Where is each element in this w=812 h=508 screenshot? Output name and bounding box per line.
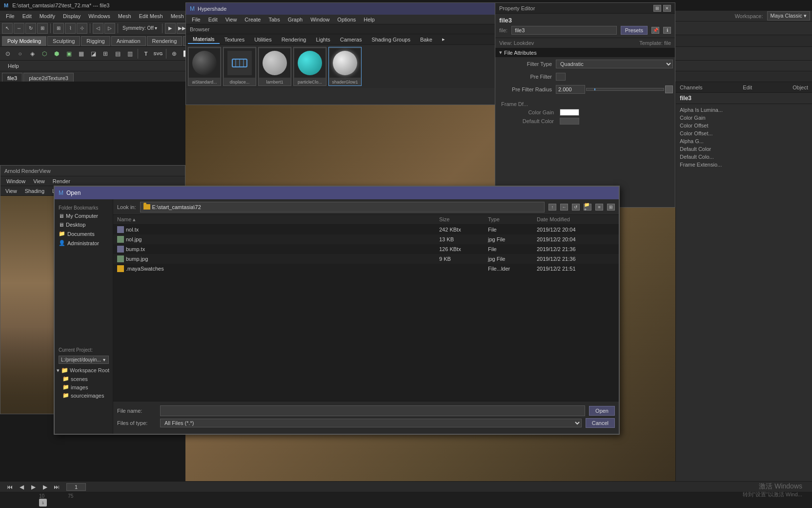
tab-place2d[interactable]: place2dTexture3 (23, 73, 74, 82)
snap-point-btn[interactable]: ⊹ (77, 23, 87, 34)
tab-rigging[interactable]: Rigging (81, 36, 110, 46)
timeline-play-btn[interactable]: ▶ (27, 481, 39, 493)
menu-windows[interactable]: Windows (84, 12, 114, 20)
material-aistandard[interactable]: aiStandard... (188, 47, 221, 86)
menu-file[interactable]: File (2, 12, 19, 20)
tab-poly-modeling[interactable]: Poly Modeling (2, 36, 46, 46)
material-lambert1[interactable]: lambert1 (258, 47, 291, 86)
prop-editor-close[interactable]: ✕ (663, 5, 671, 12)
look-in-value[interactable]: E:\start_camtasia\72 (140, 202, 545, 212)
col-size[interactable]: Size (439, 216, 488, 223)
bookmark-desktop[interactable]: 🖥 Desktop (55, 220, 113, 229)
tab-animation[interactable]: Animation (111, 36, 146, 46)
bookmark-my-computer[interactable]: 🖥 My Computer (55, 212, 113, 220)
timeline-page-indicator[interactable]: 1 (39, 499, 47, 507)
browser-tab-bake[interactable]: Bake (415, 36, 437, 43)
menu-edit-mesh[interactable]: Edit Mesh (135, 12, 167, 20)
browser-tab-utilities[interactable]: Utilities (249, 36, 276, 43)
history-btn[interactable]: ◁ (93, 23, 103, 34)
channels-object[interactable]: Object (792, 85, 808, 90)
col-name[interactable]: Name ▴ (117, 216, 439, 223)
append-btn[interactable]: ▥ (124, 48, 136, 60)
view-details-btn[interactable]: ⊞ (607, 204, 615, 211)
hs-menu-view[interactable]: View (222, 16, 241, 23)
hs-menu-create[interactable]: Create (241, 16, 264, 23)
bridge-btn[interactable]: ▣ (63, 48, 75, 60)
render-region-btn[interactable]: ▶ (165, 23, 176, 34)
file-row-noltx[interactable]: nol.tx 242 KBtx File 2019/12/2 20:04 (113, 225, 619, 234)
material-displacement[interactable]: displace... (223, 47, 256, 86)
prop-editor-expand[interactable]: ⊞ (653, 5, 661, 12)
fill-hole-btn[interactable]: ▤ (112, 48, 123, 60)
bookmark-administrator[interactable]: 👤 Administrator (55, 238, 113, 248)
menu-help-small[interactable]: Help (4, 62, 23, 70)
arnold-menu-window[interactable]: Window (2, 177, 29, 185)
filetype-select[interactable]: All Files (*.*) (160, 419, 582, 427)
prop-info-btn[interactable]: ℹ (663, 27, 671, 34)
timeline-end-btn[interactable]: ⏭ (51, 481, 62, 493)
redo-btn[interactable]: ▷ (104, 23, 115, 34)
vp-menu-shading[interactable]: Shading (22, 187, 47, 195)
move-btn[interactable]: ↔ (14, 23, 24, 34)
multi-cut-btn[interactable]: ⬡ (39, 48, 50, 60)
bookmark-documents[interactable]: 📁 Documents (55, 229, 113, 238)
current-project-dropdown[interactable]: L:/project/douyin... ▾ (59, 356, 109, 364)
arnold-menu-view[interactable]: View (29, 177, 49, 185)
merge-btn[interactable]: ▦ (75, 48, 87, 60)
file-row-noljpg[interactable]: nol.jpg 13 KB jpg File 2019/12/2 20:04 (113, 234, 619, 244)
prop-file-input[interactable]: file3 (511, 26, 617, 35)
workspace-root[interactable]: ▾ 📁 Workspace Root (55, 366, 113, 375)
col-date[interactable]: Date Modified (537, 216, 615, 223)
pre-filter-check[interactable] (556, 73, 566, 81)
file-row-bumptx[interactable]: bump.tx 126 KBtx File 2019/12/2 21:36 (113, 244, 619, 254)
material-shaderglow[interactable]: shaderGlow1 (328, 47, 362, 86)
select-btn[interactable]: ↖ (2, 23, 13, 34)
tab-sculpting[interactable]: Sculpting (47, 36, 80, 46)
browser-tab-materials[interactable]: Materials (188, 35, 220, 44)
frame-number[interactable]: 1 (66, 483, 86, 491)
svg-btn[interactable]: SVG (152, 48, 164, 60)
rotate-btn[interactable]: ↻ (25, 23, 36, 34)
timeline-track[interactable]: 10 75 1 (0, 492, 812, 508)
presets-btn[interactable]: Presets (621, 26, 648, 35)
timeline-prev-btn[interactable]: ◀ (16, 481, 27, 493)
tree-scenes[interactable]: 📁 scenes (61, 375, 113, 383)
view-toggle-btn[interactable]: ≡ (595, 204, 603, 211)
hs-menu-tabs[interactable]: Tabs (264, 16, 284, 23)
sphere-btn[interactable]: ⊕ (168, 48, 180, 60)
browser-tab-expand[interactable]: ▸ (437, 35, 450, 43)
extrude-btn[interactable]: ⬢ (51, 48, 62, 60)
cancel-btn[interactable]: Cancel (586, 418, 615, 428)
browser-tab-cameras[interactable]: Cameras (335, 36, 367, 43)
text-btn[interactable]: T (140, 48, 152, 60)
menu-mesh[interactable]: Mesh (114, 12, 135, 20)
file-attributes-section[interactable]: ▾ File Attributes (495, 48, 675, 57)
new-folder-btn[interactable]: 📁+ (584, 204, 591, 211)
pre-filter-radius-input[interactable] (556, 85, 585, 94)
paint-btn[interactable]: ◈ (26, 48, 38, 60)
tab-file3[interactable]: file3 (2, 73, 22, 82)
bevel-btn[interactable]: ◪ (87, 48, 99, 60)
material-particleclo[interactable]: particleClo... (293, 47, 326, 86)
snap-grid-btn[interactable]: ⊞ (53, 23, 64, 34)
hs-menu-help[interactable]: Help (360, 16, 379, 23)
scale-btn[interactable]: ⊞ (37, 23, 48, 34)
file-row-bumpjpg[interactable]: bump.jpg 9 KB jpg File 2019/12/2 21:36 (113, 254, 619, 264)
channels-edit[interactable]: Edit (743, 85, 752, 90)
hs-menu-edit[interactable]: Edit (204, 16, 222, 23)
filter-type-select[interactable]: Quadratic (556, 60, 673, 68)
hs-menu-file[interactable]: File (188, 16, 204, 23)
file-row-mayaswatches[interactable]: .mayaSwatches File...lder 2019/12/2 21:5… (113, 264, 619, 274)
menu-display[interactable]: Display (59, 12, 84, 20)
workspace-value[interactable]: Maya Classic ▾ (767, 11, 810, 21)
hs-menu-graph[interactable]: Graph (284, 16, 307, 23)
filename-input[interactable] (160, 405, 585, 416)
timeline-next-btn[interactable]: ▶ (39, 481, 51, 493)
tree-images[interactable]: 📁 images (61, 383, 113, 391)
arnold-menu-render[interactable]: Render (49, 177, 74, 185)
hs-menu-options[interactable]: Options (333, 16, 360, 23)
browser-tab-shading-groups[interactable]: Shading Groups (366, 36, 415, 43)
tree-sourceimages[interactable]: 📁 sourceimages (61, 391, 113, 400)
snap-curve-btn[interactable]: ⌇ (65, 23, 76, 34)
color-gain-swatch[interactable] (560, 109, 579, 116)
